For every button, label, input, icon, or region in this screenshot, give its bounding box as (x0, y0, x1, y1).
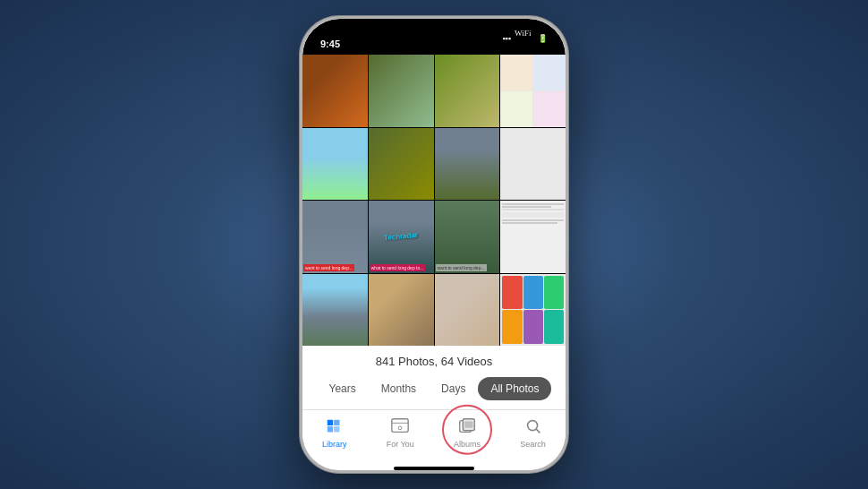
library-icon (324, 416, 345, 437)
search-icon (523, 416, 544, 437)
svg-rect-4 (334, 426, 339, 432)
photo-overlay: want to send long dep... (303, 264, 354, 271)
svg-point-6 (399, 426, 403, 430)
photo-cell[interactable] (369, 274, 434, 347)
screen: 9:45 ▪▪▪ WiFi 🔋 (302, 19, 566, 470)
nav-item-for-you[interactable]: For You (387, 416, 414, 449)
nav-item-albums[interactable]: Albums (454, 416, 481, 449)
albums-label: Albums (454, 440, 481, 449)
photo-cell[interactable]: want to send long dep... (302, 201, 368, 273)
photo-cell[interactable]: Techradar what to send long dep to... (369, 201, 434, 273)
svg-rect-5 (392, 419, 408, 433)
photo-cell[interactable] (435, 55, 500, 127)
view-selector: Years Months Days All Photos (313, 377, 555, 400)
bottom-nav: Library For You (302, 409, 566, 463)
battery-icon: 🔋 (538, 34, 548, 43)
albums-icon (456, 416, 478, 437)
photo-cell[interactable] (500, 201, 566, 273)
photo-cell[interactable] (500, 128, 566, 201)
nav-item-library[interactable]: Library (322, 416, 347, 449)
photo-cell[interactable] (302, 128, 368, 201)
search-label: Search (520, 440, 546, 449)
svg-rect-2 (334, 420, 339, 425)
svg-text:WiFi: WiFi (515, 29, 532, 38)
dynamic-island (394, 28, 474, 51)
photo-cell[interactable] (500, 55, 566, 127)
tab-months[interactable]: Months (369, 377, 429, 400)
wifi-icon: WiFi (515, 28, 534, 49)
tab-days[interactable]: Days (429, 377, 478, 400)
library-label: Library (322, 440, 347, 449)
techradar-watermark: Techradar (384, 231, 419, 242)
tab-all-photos[interactable]: All Photos (478, 377, 551, 400)
tab-years[interactable]: Years (317, 377, 369, 400)
photo-cell[interactable] (369, 55, 434, 127)
svg-rect-3 (328, 426, 333, 432)
nav-item-search[interactable]: Search (520, 416, 546, 449)
svg-rect-10 (464, 422, 472, 428)
photo-cell[interactable] (302, 274, 368, 347)
status-icons: ▪▪▪ WiFi 🔋 (502, 28, 548, 49)
svg-line-12 (536, 429, 540, 433)
photo-overlay-2: what to send long dep to... (370, 264, 426, 271)
photo-cell[interactable] (500, 274, 566, 347)
for-you-label: For You (387, 440, 414, 449)
phone-frame: 9:45 ▪▪▪ WiFi 🔋 (300, 16, 568, 473)
home-indicator (394, 467, 474, 470)
photo-cell[interactable] (302, 55, 368, 127)
signal-icon: ▪▪▪ (502, 34, 511, 43)
bottom-area: 841 Photos, 64 Videos Years Months Days … (302, 346, 566, 470)
photo-cell[interactable] (435, 274, 500, 347)
svg-rect-1 (328, 420, 333, 425)
photo-cell[interactable]: want to send long dep... (435, 201, 500, 273)
for-you-icon (389, 416, 411, 437)
photo-cell[interactable] (435, 128, 500, 201)
photo-overlay-3: want to send long dep... (436, 264, 487, 271)
photo-count: 841 Photos, 64 Videos (302, 355, 566, 368)
svg-point-11 (527, 421, 537, 431)
photo-grid-area: want to send long dep... Techradar what … (302, 55, 566, 346)
photo-grid: want to send long dep... Techradar what … (302, 55, 566, 346)
photo-cell[interactable] (369, 128, 434, 201)
status-time-left: 9:45 (320, 39, 340, 49)
phone-mockup: 9:45 ▪▪▪ WiFi 🔋 (295, 12, 573, 477)
